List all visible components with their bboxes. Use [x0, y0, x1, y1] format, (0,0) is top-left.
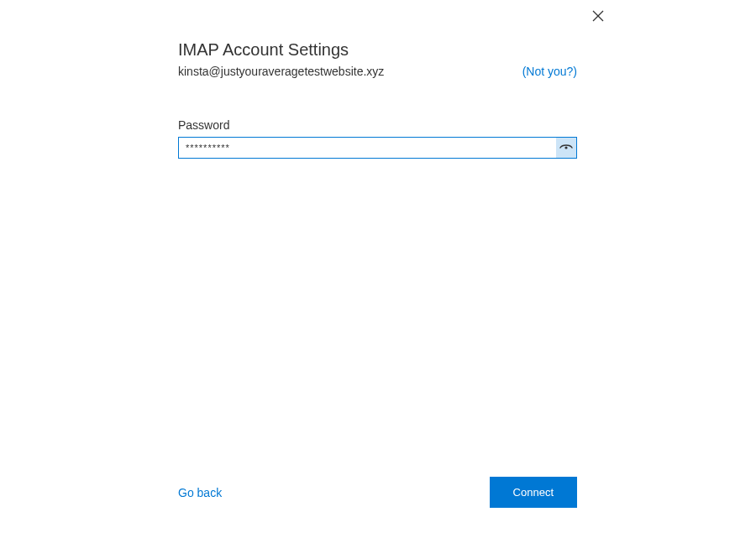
eye-icon	[559, 142, 573, 154]
go-back-link[interactable]: Go back	[178, 486, 222, 499]
not-you-link[interactable]: (Not you?)	[522, 65, 577, 78]
dialog-content: IMAP Account Settings kinsta@justyourave…	[178, 40, 577, 159]
account-row: kinsta@justyouraveragetestwebsite.xyz (N…	[178, 65, 577, 78]
reveal-password-button[interactable]	[556, 138, 576, 158]
password-field	[178, 137, 577, 159]
password-input[interactable]	[178, 137, 577, 159]
close-button[interactable]	[590, 8, 606, 25]
connect-button[interactable]: Connect	[490, 477, 577, 508]
password-label: Password	[178, 118, 577, 132]
close-icon	[592, 10, 604, 24]
account-email: kinsta@justyouraveragetestwebsite.xyz	[178, 65, 384, 78]
action-row: Go back Connect	[178, 477, 577, 508]
svg-point-2	[564, 146, 567, 149]
page-title: IMAP Account Settings	[178, 40, 577, 60]
